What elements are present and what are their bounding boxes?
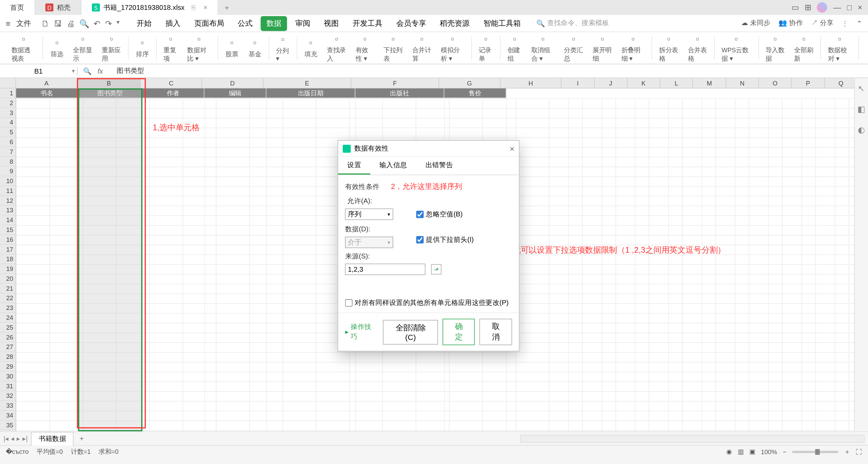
chevron-up-icon[interactable]: ⌃ — [856, 19, 862, 27]
menu-tab-5[interactable]: 审阅 — [290, 16, 316, 31]
row-header-15[interactable]: 15 — [0, 225, 16, 235]
row-header-30[interactable]: 30 — [0, 371, 16, 381]
view-normal-icon[interactable]: ◉ — [726, 448, 732, 456]
avatar[interactable] — [817, 2, 827, 13]
row-header-16[interactable]: 16 — [0, 235, 16, 245]
sheet-nav-last-icon[interactable]: ▸| — [22, 434, 27, 443]
ribbon-合并计算[interactable]: ▫合并计算 — [408, 33, 436, 63]
row-header-20[interactable]: 20 — [0, 274, 16, 284]
cells-area[interactable]: 书名图书类型作者编辑出版日期出版社售价 1,选中单元格 3，再来源这里输入1，2… — [16, 89, 857, 431]
row-header-13[interactable]: 13 — [0, 206, 16, 215]
dialog-close-icon[interactable]: × — [510, 144, 514, 153]
row-header-23[interactable]: 23 — [0, 303, 16, 313]
row-header-31[interactable]: 31 — [0, 381, 16, 391]
dropdown-arrow-checkbox[interactable]: 提供下拉箭头(I) — [416, 235, 474, 245]
col-header-O[interactable]: O — [759, 78, 792, 88]
col-header-F[interactable]: F — [351, 78, 439, 88]
ribbon-创建组[interactable]: ▫创建组 — [503, 33, 527, 63]
qat-dropdown-icon[interactable]: ▾ — [117, 19, 119, 28]
row-header-10[interactable]: 10 — [0, 176, 16, 186]
formula-text[interactable]: 图书类型 — [117, 66, 144, 76]
header-cell[interactable]: 书名 — [16, 89, 78, 98]
ribbon-填充[interactable]: ▫填充 — [299, 37, 322, 59]
qat-print-icon[interactable]: 🖨 — [67, 19, 75, 28]
fit-icon[interactable]: ⛶ — [856, 448, 862, 455]
apply-all-checkbox[interactable]: 对所有同样设置的其他所有单元格应用这些更改(P) — [345, 298, 512, 308]
col-header-G[interactable]: G — [439, 78, 500, 88]
row-header-1[interactable]: 1 — [0, 89, 16, 98]
coop-button[interactable]: 👥 协作 — [778, 18, 803, 28]
row-header-25[interactable]: 25 — [0, 323, 16, 333]
col-header-K[interactable]: K — [627, 78, 660, 88]
ribbon-数据校对[interactable]: ▫数据校对 ▾ — [823, 33, 856, 63]
cancel-button[interactable]: 取消 — [479, 319, 512, 345]
header-cell[interactable]: 编辑 — [204, 89, 267, 98]
ribbon-记录单[interactable]: ▫记录单 — [474, 33, 498, 63]
row-header-26[interactable]: 26 — [0, 332, 16, 342]
row-header-11[interactable]: 11 — [0, 186, 16, 196]
menu-tab-4[interactable]: 数据 — [261, 16, 287, 31]
sheet-nav-next-icon[interactable]: ▸ — [17, 434, 20, 443]
header-cell[interactable]: 出版社 — [355, 89, 444, 98]
panel-icon-2[interactable]: ◐ — [858, 125, 865, 134]
zoom-out-icon[interactable]: − — [783, 448, 787, 455]
col-header-P[interactable]: P — [792, 78, 825, 88]
row-header-29[interactable]: 29 — [0, 362, 16, 372]
row-header-6[interactable]: 6 — [0, 137, 16, 147]
range-picker-icon[interactable]: ⬏ — [431, 264, 441, 274]
tab-home[interactable]: 首页 — [0, 0, 35, 15]
qat-save-icon[interactable]: 🖫 — [54, 19, 62, 28]
sheet-tab[interactable]: 书籍数据 — [31, 431, 74, 445]
col-header-A[interactable]: A — [16, 78, 77, 88]
row-header-5[interactable]: 5 — [0, 128, 16, 137]
header-cell[interactable]: 作者 — [142, 89, 204, 98]
row-header-34[interactable]: 34 — [0, 411, 16, 421]
qat-undo-icon[interactable]: ↶ — [94, 19, 100, 28]
ribbon-拆分表格[interactable]: ▫拆分表格 — [654, 33, 683, 63]
ribbon-有效性[interactable]: ▫有效性 ▾ — [351, 33, 379, 63]
sheet-add-button[interactable]: ＋ — [74, 433, 90, 443]
dialog-tab-2[interactable]: 出错警告 — [416, 157, 462, 174]
ribbon-全部刷新[interactable]: ▫全部刷新 — [790, 33, 818, 63]
window-maximize-icon[interactable]: □ — [847, 3, 852, 12]
tips-link[interactable]: ▸ 操作技巧 — [345, 322, 374, 342]
spreadsheet-grid[interactable]: ABCDEFGHIJKLMNOPQ 1234567891011121314151… — [0, 78, 868, 431]
row-header-28[interactable]: 28 — [0, 352, 16, 362]
ribbon-分类汇总[interactable]: ▫分类汇总 — [559, 33, 588, 63]
panel-icon-1[interactable]: ◧ — [857, 104, 865, 114]
dialog-titlebar[interactable]: 数据有效性 × — [338, 141, 519, 157]
zoom-value[interactable]: 100% — [761, 448, 777, 455]
more-icon[interactable]: ⋮ — [842, 19, 848, 27]
col-header-M[interactable]: M — [693, 78, 726, 88]
cursor-icon[interactable]: ↖ — [858, 84, 865, 93]
row-header-33[interactable]: 33 — [0, 401, 16, 411]
ribbon-下拉列表[interactable]: ▫下拉列表 — [379, 33, 408, 63]
row-header-3[interactable]: 3 — [0, 108, 16, 118]
hamburger-icon[interactable]: ≡ — [6, 19, 11, 28]
sheet-nav-prev-icon[interactable]: ◂ — [11, 434, 14, 443]
ribbon-WPS云数据[interactable]: ▫WPS云数据 ▾ — [717, 33, 756, 63]
dialog-tab-1[interactable]: 输入信息 — [370, 157, 416, 174]
ribbon-全部显示[interactable]: ▫全部显示 — [68, 33, 97, 63]
row-header-17[interactable]: 17 — [0, 245, 16, 254]
cloud-sync[interactable]: ☁ 未同步 — [741, 18, 771, 28]
row-header-27[interactable]: 27 — [0, 342, 16, 352]
ribbon-基金[interactable]: ▫基金 — [243, 37, 267, 59]
row-header-19[interactable]: 19 — [0, 264, 16, 274]
menu-tab-2[interactable]: 页面布局 — [189, 16, 230, 31]
command-search[interactable]: 🔍 查找命令、搜索模板 — [536, 18, 609, 28]
window-minimize-icon[interactable]: — — [833, 3, 841, 12]
col-header-D[interactable]: D — [202, 78, 263, 88]
menu-tab-3[interactable]: 公式 — [232, 16, 258, 31]
row-header-4[interactable]: 4 — [0, 118, 16, 128]
zoom-fx-icon[interactable]: 🔍 — [83, 67, 92, 75]
qat-preview-icon[interactable]: 🔍 — [79, 19, 89, 28]
qat-redo-icon[interactable]: ↷ — [105, 19, 112, 28]
ribbon-模拟分析[interactable]: ▫模拟分析 ▾ — [436, 33, 469, 63]
menu-tab-10[interactable]: 智能工具箱 — [478, 16, 527, 31]
ribbon-重复项[interactable]: ▫重复项 — [159, 33, 183, 63]
ribbon-展开明细[interactable]: ▫展开明细 — [588, 33, 617, 63]
header-cell[interactable]: 出版日期 — [267, 89, 355, 98]
col-header-H[interactable]: H — [500, 78, 562, 88]
row-header-12[interactable]: 12 — [0, 196, 16, 206]
